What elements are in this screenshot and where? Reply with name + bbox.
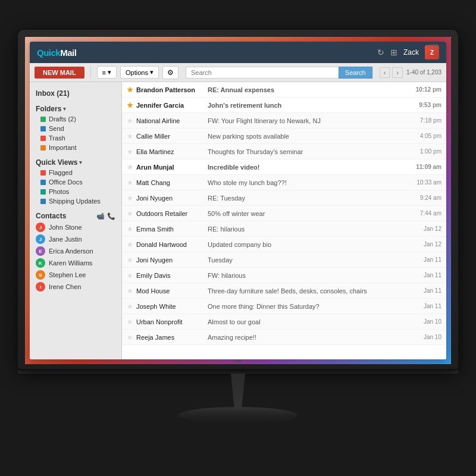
options-arrow: ▾: [150, 68, 154, 76]
email-subject: Tuesday: [208, 256, 409, 264]
star-icon[interactable]: ★: [127, 209, 136, 218]
email-row[interactable]: ★ Emma Smith RE: hilarious Jan 12: [122, 221, 446, 237]
email-subject: RE: Tuesday: [208, 195, 409, 202]
email-sender: Joni Nyugen: [136, 256, 208, 264]
star-icon[interactable]: ★: [127, 271, 136, 280]
sidebar-item-office-docs[interactable]: Office Docs: [30, 177, 121, 187]
email-time: Jan 10: [409, 318, 441, 325]
contact-jane-justin[interactable]: J Jane Justin: [30, 233, 121, 245]
email-subject: New parking spots available: [208, 133, 409, 140]
view-button[interactable]: ≡ ▾: [97, 66, 117, 79]
search-input[interactable]: [186, 67, 339, 79]
email-row[interactable]: ★ Joni Nyugen RE: Tuesday 9:24 am: [122, 190, 446, 206]
stand-base: [178, 407, 298, 424]
main-content: Inbox (21) Folders ▾ Drafts (2): [30, 82, 446, 359]
email-row[interactable]: ★ Joni Nyugen Tuesday Jan 11: [122, 252, 446, 268]
star-icon[interactable]: ★: [127, 333, 136, 342]
star-icon[interactable]: ★: [127, 194, 136, 202]
email-time: Jan 11: [409, 303, 441, 309]
star-icon[interactable]: ★: [127, 101, 136, 109]
star-icon[interactable]: ★: [127, 148, 136, 156]
star-icon[interactable]: ★: [127, 117, 136, 125]
star-icon[interactable]: ★: [127, 178, 136, 187]
email-row[interactable]: ★ Brandon Patterson RE: Annual expenses …: [122, 82, 446, 98]
sidebar-item-photos[interactable]: Photos: [30, 187, 121, 196]
grid-icon[interactable]: ⊞: [390, 48, 397, 57]
next-page-button[interactable]: ›: [392, 67, 403, 78]
search-button[interactable]: Search: [339, 67, 372, 79]
email-row[interactable]: ★ Urban Nonprofit Almost to our goal Jan…: [122, 314, 446, 330]
email-row[interactable]: ★ Donald Hartwood Updated company bio Ja…: [122, 237, 446, 252]
email-subject: John's retirement lunch: [208, 102, 409, 109]
gear-icon: ⚙: [167, 68, 174, 77]
settings-button[interactable]: ⚙: [162, 66, 178, 79]
email-row[interactable]: ★ Callie Miller New parking spots availa…: [122, 129, 446, 144]
office-docs-dot: [40, 180, 46, 185]
contacts-title: Contacts: [36, 212, 66, 220]
email-subject: FW: Your Flight Itinerary to Newark, NJ: [208, 117, 409, 124]
email-sender: National Airline: [136, 117, 208, 124]
email-subject: Three-day furniture sale! Beds, desks, c…: [208, 287, 409, 295]
email-row[interactable]: ★ Jennifer Garcia John's retirement lunc…: [122, 98, 446, 113]
contact-avatar-stephen: S: [36, 270, 45, 280]
email-row[interactable]: ★ Arun Munjal Incredible video! 11:09 am: [122, 159, 446, 175]
email-time: Jan 11: [409, 272, 441, 278]
star-icon[interactable]: ★: [127, 318, 136, 326]
folders-title[interactable]: Folders ▾: [30, 102, 121, 114]
email-subject: Thoughts for Thursday's seminar: [208, 148, 409, 155]
email-list: ★ Brandon Patterson RE: Annual expenses …: [122, 82, 446, 359]
options-button[interactable]: Options ▾: [120, 66, 159, 79]
contact-karen-williams[interactable]: K Karen Williams: [30, 257, 121, 269]
email-subject: Almost to our goal: [208, 318, 409, 325]
email-time: 1:00 pm: [409, 148, 441, 155]
sidebar-item-send[interactable]: Send: [30, 124, 121, 133]
phone-icon[interactable]: 📞: [107, 212, 115, 220]
new-mail-button[interactable]: NEW MAIL: [35, 67, 84, 79]
email-row[interactable]: ★ Outdoors Retailer 50% off winter wear …: [122, 206, 446, 221]
contact-john-stone[interactable]: J John Stone: [30, 221, 121, 233]
email-row[interactable]: ★ Reeja James Amazing recipe!! Jan 10: [122, 330, 446, 345]
email-row[interactable]: ★ Matt Chang Who stole my lunch bag??! 1…: [122, 175, 446, 190]
email-sender: Outdoors Retailer: [136, 210, 208, 217]
star-icon[interactable]: ★: [127, 86, 136, 94]
nav-controls: ‹ ›: [380, 67, 403, 78]
sidebar-item-drafts[interactable]: Drafts (2): [30, 114, 121, 124]
sidebar-item-trash[interactable]: Trash: [30, 133, 121, 143]
contact-irene-chen[interactable]: I Irene Chen: [30, 281, 121, 293]
star-icon[interactable]: ★: [127, 287, 136, 295]
star-icon[interactable]: ★: [127, 225, 136, 233]
email-row[interactable]: ★ Ella Martinez Thoughts for Thursday's …: [122, 144, 446, 159]
email-time: 10:12 pm: [409, 86, 441, 93]
star-icon[interactable]: ★: [127, 256, 136, 264]
refresh-icon[interactable]: ↻: [377, 48, 384, 57]
email-subject: 50% off winter wear: [208, 210, 409, 217]
sidebar-item-flagged[interactable]: Flagged: [30, 168, 121, 177]
toolbar: NEW MAIL ≡ ▾ Options ▾ ⚙ Se: [30, 63, 446, 82]
star-icon[interactable]: ★: [127, 302, 136, 311]
prev-page-button[interactable]: ‹: [380, 67, 390, 78]
monitor: QuickMail v270 ↻ ⊞ Zack Z NEW MAIL ≡: [18, 30, 458, 446]
email-row[interactable]: ★ Mod House Three-day furniture sale! Be…: [122, 283, 446, 299]
sidebar-item-shipping[interactable]: Shipping Updates: [30, 196, 121, 206]
sidebar-item-important[interactable]: Important: [30, 143, 121, 152]
email-sender: Reeja James: [136, 334, 208, 341]
contact-erica-anderson[interactable]: E Erica Anderson: [30, 245, 121, 257]
star-icon[interactable]: ★: [127, 163, 136, 171]
view-arrow: ▾: [108, 68, 111, 76]
star-icon[interactable]: ★: [127, 240, 136, 249]
email-sender: Jennifer Garcia: [136, 102, 208, 109]
email-row[interactable]: ★ Emily Davis FW: hilarious Jan 11: [122, 268, 446, 283]
quick-views-title[interactable]: Quick Views ▾: [30, 156, 121, 168]
email-subject: FW: hilarious: [208, 272, 409, 279]
contact-stephen-lee[interactable]: S Stephen Lee: [30, 269, 121, 281]
screen: QuickMail v270 ↻ ⊞ Zack Z NEW MAIL ≡: [25, 37, 451, 364]
email-row[interactable]: ★ Joseph White One more thing: Dinner th…: [122, 299, 446, 314]
email-sender: Matt Chang: [136, 179, 208, 186]
email-row[interactable]: ★ National Airline FW: Your Flight Itine…: [122, 113, 446, 129]
flagged-dot: [40, 170, 46, 176]
star-icon[interactable]: ★: [127, 132, 136, 140]
email-time: Jan 11: [409, 256, 441, 263]
quick-views-arrow: ▾: [79, 159, 82, 165]
email-subject: RE: Annual expenses: [208, 86, 409, 93]
video-icon[interactable]: 📹: [96, 212, 105, 220]
